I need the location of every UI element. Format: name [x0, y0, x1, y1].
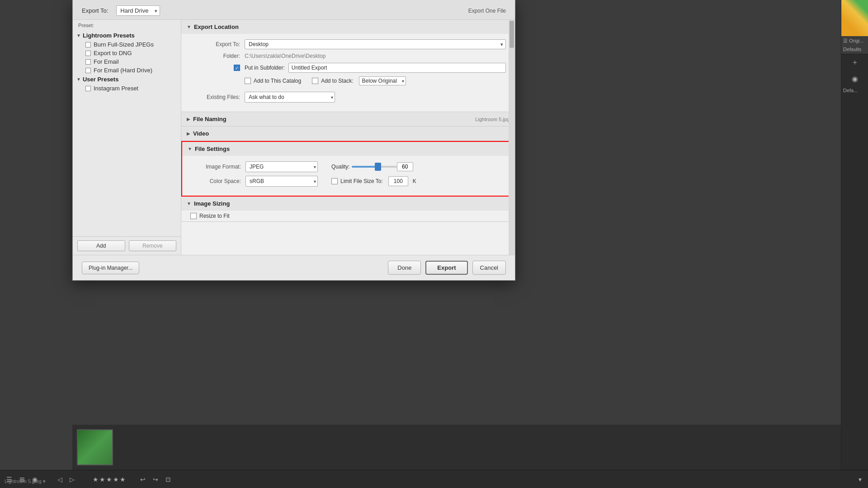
section-export-location: ▼ Export Location Export To: Desktop	[181, 20, 515, 112]
preset-group-user-header[interactable]: ▼ User Presets	[73, 75, 181, 84]
done-button[interactable]: Done	[388, 261, 421, 275]
add-button[interactable]: Add	[77, 240, 125, 251]
existing-files-select[interactable]: Ask what to do	[245, 92, 335, 103]
right-panel-top: ☰ Origi... Defaults	[841, 0, 868, 54]
toolbar-icon-right[interactable]: ▷	[68, 475, 76, 484]
limit-file-size-unit: K	[413, 178, 416, 184]
section-image-sizing-header[interactable]: ▼ Image Sizing	[181, 197, 515, 211]
slider-track	[352, 166, 397, 168]
preset-item-email[interactable]: For Email	[73, 57, 181, 66]
main-scrollbar-thumb[interactable]	[509, 21, 514, 48]
add-catalog-row: Add to This Catalog	[245, 78, 301, 84]
preset-label: Preset:	[73, 20, 181, 29]
toolbar-icon-back[interactable]: ↩	[138, 475, 147, 484]
preset-cb-burn[interactable]	[85, 42, 91, 47]
slider-thumb[interactable]	[375, 163, 381, 171]
add-to-catalog-label: Add to This Catalog	[254, 78, 301, 84]
export-to-select[interactable]: Hard Drive	[116, 5, 160, 16]
file-naming-arrow: ▶	[187, 117, 190, 122]
preset-item-dng[interactable]: Export to DNG	[73, 49, 181, 57]
section-export-location-header[interactable]: ▼ Export Location	[181, 20, 515, 34]
resize-label: Resize to Fit	[199, 213, 230, 219]
preset-group-lightroom-header[interactable]: ▼ Lightroom Presets	[73, 31, 181, 40]
video-title: Video	[193, 130, 209, 137]
section-video: ▶ Video	[181, 127, 515, 141]
export-to-select-2[interactable]: Desktop	[245, 39, 506, 49]
export-to-label: Export To:	[82, 7, 112, 14]
folder-path-value: C:\Users\zakla\OneDrive\Desktop	[245, 53, 326, 59]
form-label-image-format: Image Format:	[191, 164, 245, 170]
export-dialog: Export To: Hard Drive Export One File Pr…	[72, 0, 515, 281]
file-settings-arrow: ▼	[188, 146, 192, 151]
preset-label-instagram: Instagram Preset	[94, 85, 138, 92]
form-row-color-space: Color Space: sRGB Limit File Size To:	[191, 176, 505, 187]
filmstrip-thumbnail[interactable]	[77, 429, 113, 465]
quality-slider[interactable]	[352, 162, 397, 171]
section-file-naming-header[interactable]: ▶ File Naming Lightroom 5.jpg	[181, 112, 515, 126]
preset-label-email: For Email	[94, 58, 119, 65]
add-to-stack-label: Add to Stack:	[321, 78, 353, 84]
preset-item-burn[interactable]: Burn Full-Sized JPEGs	[73, 40, 181, 49]
eye-icon[interactable]: ◉	[841, 71, 868, 87]
form-row-catalog: Add to This Catalog Add to Stack: Below …	[245, 76, 506, 88]
cancel-button[interactable]: Cancel	[472, 261, 506, 275]
filmstrip	[72, 425, 841, 470]
add-to-catalog-checkbox[interactable]	[245, 78, 251, 84]
preset-cb-email-hd[interactable]	[85, 68, 91, 73]
original-label: ☰ Origi...	[841, 36, 868, 46]
form-label-export-to: Export To:	[190, 41, 245, 47]
plus-icon[interactable]: ＋	[841, 54, 868, 71]
export-location-title: Export Location	[194, 23, 239, 30]
put-in-subfolder-checkbox[interactable]	[234, 65, 240, 71]
add-to-stack-select-wrapper: Below Original	[359, 76, 406, 85]
color-space-select[interactable]: sRGB	[245, 176, 318, 187]
star-rating[interactable]: ★★★★★	[93, 476, 127, 483]
presets-buttons: Add Remove	[73, 236, 181, 255]
toolbar-icon-crop[interactable]: ⊡	[164, 475, 173, 484]
export-to-row: Export To: Hard Drive	[82, 5, 160, 16]
remove-button[interactable]: Remove	[129, 240, 177, 251]
image-sizing-body: Resize to Fit	[181, 211, 515, 221]
limit-file-size-checkbox[interactable]	[331, 178, 338, 184]
quality-label: Quality:	[331, 164, 350, 170]
form-label-existing-files: Existing Files:	[190, 94, 245, 100]
limit-file-size-input[interactable]	[388, 176, 408, 186]
resize-checkbox[interactable]	[190, 213, 197, 219]
main-scrollbar[interactable]	[509, 20, 515, 255]
add-stack-row: Add to Stack: Below Original	[312, 76, 406, 85]
preset-label-dng: Export to DNG	[94, 50, 132, 56]
toolbar-icon-forward[interactable]: ↪	[151, 475, 160, 484]
limit-file-size-row: Limit File Size To: K	[331, 176, 416, 186]
lightroom-group-label: Lightroom Presets	[83, 32, 135, 39]
export-button[interactable]: Export	[425, 261, 467, 275]
toolbar-right-icon[interactable]: ▾	[857, 475, 863, 484]
preset-cb-dng[interactable]	[85, 51, 91, 56]
toolbar-right: ▾	[857, 475, 863, 484]
section-file-settings-header[interactable]: ▼ File Settings	[182, 142, 514, 156]
user-group-arrow: ▼	[76, 77, 81, 82]
form-row-folder: Folder: C:\Users\zakla\OneDrive\Desktop	[190, 53, 506, 59]
export-to-select-wrapper: Hard Drive	[116, 5, 160, 16]
plugin-manager-button[interactable]: Plug-in Manager...	[82, 262, 139, 274]
preset-cb-email[interactable]	[85, 59, 91, 65]
export-location-arrow: ▼	[187, 24, 191, 29]
section-file-naming: ▶ File Naming Lightroom 5.jpg	[181, 112, 515, 127]
color-space-select-wrapper: sRGB	[245, 176, 318, 187]
preset-label-burn: Burn Full-Sized JPEGs	[94, 41, 154, 48]
section-video-header[interactable]: ▶ Video	[181, 127, 515, 141]
preset-item-email-hd[interactable]: For Email (Hard Drive)	[73, 66, 181, 75]
preset-cb-instagram[interactable]	[85, 86, 91, 91]
quality-value-input[interactable]	[397, 162, 413, 171]
subfolder-name-input[interactable]	[288, 63, 506, 73]
toolbar-icon-left[interactable]: ◁	[56, 475, 64, 484]
user-group-label: User Presets	[83, 76, 119, 83]
image-sizing-arrow: ▼	[187, 201, 191, 206]
add-to-stack-select[interactable]: Below Original	[359, 76, 406, 85]
section-file-settings: ▼ File Settings Image Format: JPEG	[181, 141, 515, 197]
presets-list: ▼ Lightroom Presets Burn Full-Sized JPEG…	[73, 29, 181, 236]
image-format-select[interactable]: JPEG	[245, 161, 318, 172]
preset-item-instagram[interactable]: Instagram Preset	[73, 84, 181, 93]
right-panel: ☰ Origi... Defaults ＋ ◉ Defa...	[841, 0, 868, 488]
add-to-stack-checkbox[interactable]	[312, 78, 318, 84]
subfolder-cb-container	[190, 65, 245, 71]
